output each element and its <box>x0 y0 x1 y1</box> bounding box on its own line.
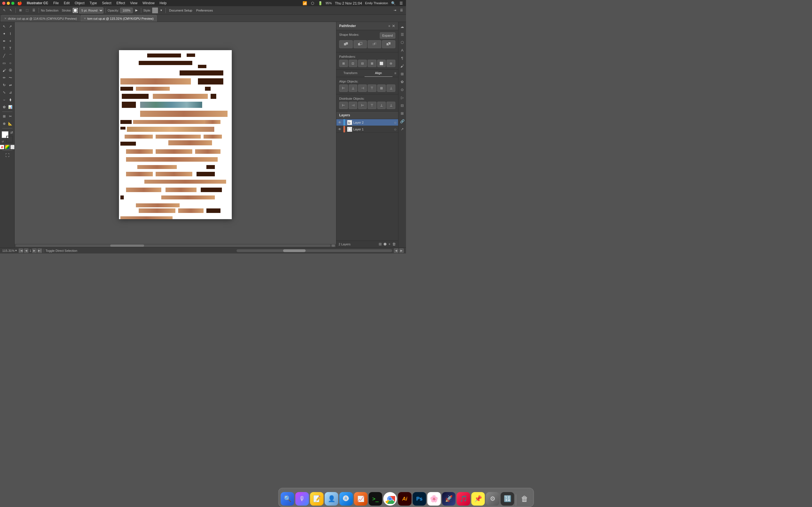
style-dropdown-btn[interactable]: ▾ <box>159 7 163 13</box>
column-graph-tool[interactable]: 📊 <box>8 104 13 110</box>
align-tab[interactable]: Align <box>364 69 393 77</box>
layer-row-1[interactable]: 👁 Layer 1 ○ <box>336 126 398 133</box>
new-layer-btn[interactable]: + <box>388 242 391 246</box>
dist-center-v-btn[interactable]: ⊥ <box>377 102 386 109</box>
layer-2-target-icon[interactable]: ○ <box>394 120 396 125</box>
magic-wand-tool[interactable]: ✦ <box>1 31 7 37</box>
brush-def-icon[interactable]: 🖌 <box>399 62 406 69</box>
expand-button[interactable]: Expand <box>380 33 395 39</box>
stroke-weight-select[interactable]: 5 pt. Round <box>79 7 103 13</box>
add-anchor-tool[interactable]: + <box>8 38 13 45</box>
divide-btn[interactable]: ⊞ <box>339 60 348 67</box>
ellipse-tool[interactable]: ○ <box>8 60 13 66</box>
outline-btn[interactable]: ⬜ <box>377 60 386 67</box>
measure-tool[interactable]: 📐 <box>8 120 13 127</box>
document-setup-btn[interactable]: Document Setup <box>168 7 194 13</box>
none-swatch[interactable]: ⊘ <box>0 145 4 149</box>
scrollbar-arrow-right[interactable] <box>332 244 335 247</box>
symbol-sprayer-tool[interactable]: ✿ <box>1 104 7 110</box>
panel-options-btn[interactable]: ☰ <box>399 7 404 13</box>
make-sublayer-btn[interactable]: ⊞ <box>378 242 382 246</box>
type-menu[interactable]: Type <box>88 0 99 6</box>
scroll-right-btn[interactable]: ▶ <box>399 248 404 253</box>
rotate-tool[interactable]: ↻ <box>1 82 7 89</box>
direct-select-btn[interactable]: ↖ <box>8 7 13 13</box>
pathfinder-collapse-btn[interactable]: ≡ <box>389 24 390 27</box>
cc-libraries-icon[interactable]: ☁ <box>399 23 406 30</box>
trim-btn[interactable]: ⊡ <box>349 60 357 67</box>
status-scrollbar[interactable] <box>237 249 392 252</box>
search-icon[interactable]: 🔍 <box>390 1 396 5</box>
touch-type-tool[interactable]: T <box>8 45 13 52</box>
transform-tab[interactable]: Transform <box>336 69 364 77</box>
layers-icon[interactable]: ⊟ <box>399 102 406 109</box>
properties-icon[interactable]: ☰ <box>399 31 406 38</box>
dist-left-btn[interactable]: ⊢ <box>339 102 348 109</box>
align-top-btn[interactable]: ⊤ <box>368 84 376 92</box>
paragraph-icon[interactable]: ¶ <box>399 55 406 61</box>
battery-icon[interactable]: 🔋 <box>317 1 323 5</box>
horizontal-scrollbar[interactable] <box>15 244 336 247</box>
scale-tool[interactable]: ⤡ <box>1 89 7 96</box>
dist-right-btn[interactable]: ⊢ <box>358 102 367 109</box>
file-menu[interactable]: File <box>51 0 61 6</box>
merge-btn[interactable]: ⊟ <box>358 60 367 67</box>
tab-close-2[interactable]: ✕ <box>84 17 86 20</box>
layer-2-visibility-icon[interactable]: 👁 <box>338 121 342 124</box>
swap-colors-icon[interactable]: ⇄ <box>10 131 13 134</box>
align-middle-v-btn[interactable]: ⊞ <box>377 84 386 92</box>
prev-page-btn[interactable]: ◀ <box>24 248 29 253</box>
type-char-icon[interactable]: A <box>399 47 406 54</box>
select-menu[interactable]: Select <box>100 0 113 6</box>
align-bottom-btn[interactable]: ⊥ <box>387 84 395 92</box>
zoom-dropdown-icon[interactable]: ▾ <box>15 249 17 252</box>
stroke-swatch[interactable] <box>6 136 13 143</box>
blob-brush-tool[interactable]: ⦿ <box>8 67 13 74</box>
shear-tool[interactable]: ⊿ <box>8 89 13 96</box>
smooth-tool[interactable]: 〜 <box>8 74 13 81</box>
symbols-icon[interactable]: ✿ <box>399 78 406 85</box>
layer-1-visibility-icon[interactable]: 👁 <box>338 127 342 131</box>
style-swatch[interactable] <box>152 8 158 13</box>
align-right-icons-btn[interactable]: ⇥ <box>392 7 398 13</box>
dist-bottom-btn[interactable]: ⊥ <box>387 102 395 109</box>
zoom-tool-left[interactable]: ⊕ <box>1 120 7 127</box>
opacity-more-btn[interactable]: ▶ <box>134 7 139 13</box>
graphic-styles-icon[interactable]: ⊙ <box>399 86 406 93</box>
fill-color-swatch[interactable] <box>73 8 78 13</box>
warp-tool[interactable]: ⌣ <box>1 96 7 103</box>
artboards-icon[interactable]: ⊞ <box>399 110 406 117</box>
apple-logo-icon[interactable]: 🍎 <box>17 1 22 5</box>
actions-icon[interactable]: ▷ <box>399 94 406 101</box>
delete-layer-btn[interactable]: 🗑 <box>392 242 396 246</box>
reflect-tool[interactable]: ⇌ <box>8 82 13 89</box>
canvas-area[interactable] <box>15 22 336 247</box>
align-right-btn[interactable]: ⊣ <box>358 84 367 92</box>
artboard-tool-left[interactable]: ⊞ <box>1 113 7 120</box>
dist-top-btn[interactable]: ⊤ <box>368 102 376 109</box>
tab-dickie[interactable]: ✕ dickie cut up.ai @ 114.61% (CMYK/GPU P… <box>1 15 80 22</box>
layer-1-target-icon[interactable]: ○ <box>394 127 396 131</box>
selection-tool[interactable]: ↖ <box>1 23 7 30</box>
direct-select-tool[interactable]: ↗ <box>8 23 13 30</box>
minus-front-btn[interactable] <box>354 40 367 48</box>
align-left-btn[interactable]: ⊢ <box>339 84 348 92</box>
unite-btn[interactable] <box>339 40 353 48</box>
notification-icon[interactable]: ☰ <box>399 1 404 5</box>
links-icon[interactable]: 🔗 <box>399 118 406 124</box>
appearance-icon[interactable]: ⬡ <box>399 39 406 46</box>
asset-export-icon[interactable]: ↗ <box>399 126 406 132</box>
pen-tool[interactable]: ✒ <box>1 38 7 45</box>
help-menu[interactable]: Help <box>158 0 168 6</box>
selection-tool-btn[interactable]: ↖ <box>2 7 7 13</box>
lasso-tool[interactable]: ⌇ <box>8 31 13 37</box>
bluetooth-icon[interactable]: ⬡ <box>310 1 315 5</box>
swatches-icon[interactable]: ⊞ <box>399 70 406 77</box>
app-name-menu[interactable]: Illustrator CC <box>25 0 50 6</box>
opacity-input[interactable] <box>120 8 133 13</box>
minus-back-btn[interactable]: ⊖ <box>387 60 395 67</box>
gradient-swatch[interactable] <box>5 145 10 149</box>
move-to-layer-btn[interactable]: ⬢ <box>384 242 387 246</box>
maximize-button[interactable] <box>11 2 14 5</box>
scroll-left-btn[interactable]: ◀ <box>394 248 398 253</box>
